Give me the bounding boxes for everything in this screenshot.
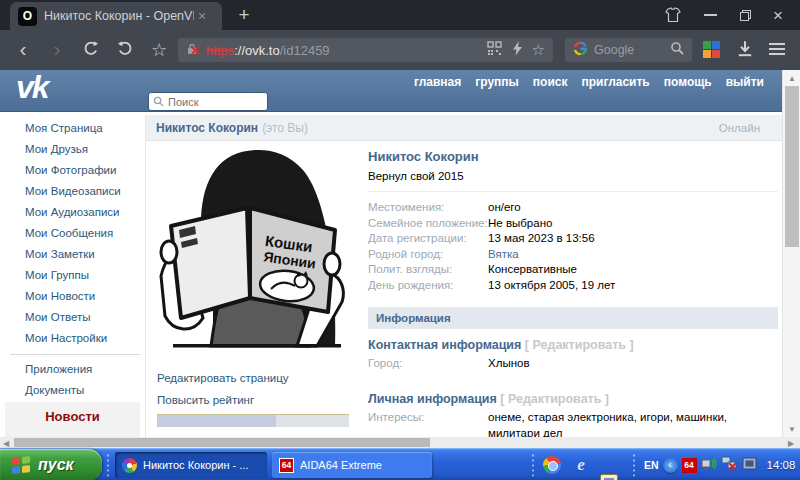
task-button-aida64[interactable]: 64 AIDA64 Extreme <box>272 452 432 478</box>
sidebar-item-documents[interactable]: Документы <box>10 380 140 401</box>
content-divider <box>145 141 146 448</box>
vertical-scrollbar[interactable]: ▲ ▼ <box>782 70 800 437</box>
scroll-left-icon[interactable]: ◀ <box>0 439 12 448</box>
info-section-header: Информация <box>368 307 778 329</box>
scroll-down-icon[interactable]: ▼ <box>783 425 800 434</box>
sidebar-divider <box>10 354 140 355</box>
restore-button[interactable] <box>732 0 758 30</box>
field-label: Город: <box>368 356 488 372</box>
profile-header-name: Никитос Кокорин <box>156 121 258 135</box>
sidebar-item-photos[interactable]: Мои Фотографии <box>10 160 140 181</box>
field-value: Консервативные <box>488 262 577 278</box>
sidebar-item-apps[interactable]: Приложения <box>10 359 140 380</box>
qr-code-icon[interactable] <box>487 41 502 59</box>
sidebar-item-friends[interactable]: Мои Друзья <box>10 139 140 160</box>
chrome-icon[interactable] <box>543 456 561 474</box>
nav-help[interactable]: помощь <box>664 75 712 89</box>
search-bar[interactable]: Google <box>565 38 692 62</box>
bookmark-star-icon[interactable]: ☆ <box>146 38 172 62</box>
info-header-label: Информация <box>376 312 451 324</box>
minimize-button[interactable] <box>697 0 723 30</box>
edit-page-link[interactable]: Редактировать страницу <box>157 372 289 384</box>
apps-grid-icon[interactable] <box>703 41 720 58</box>
window-close-button[interactable]: × <box>765 0 791 30</box>
horizontal-scroll-thumb[interactable] <box>14 438 430 447</box>
sidebar-item-audios[interactable]: Мои Аудиозаписи <box>10 202 140 223</box>
forward-icon[interactable]: › <box>44 38 70 62</box>
internet-explorer-icon[interactable]: e <box>572 456 590 474</box>
field-value: Не выбрано <box>488 216 552 232</box>
vk-nav: главная группы поиск пригласить помощь в… <box>414 75 764 89</box>
horizontal-scrollbar[interactable]: ◀ <box>0 437 782 448</box>
sidebar-item-groups[interactable]: Мои Группы <box>10 265 140 286</box>
vertical-scroll-thumb[interactable] <box>785 86 799 247</box>
sidebar-item-notes[interactable]: Мои Заметки <box>10 244 140 265</box>
app-shortcut-icon[interactable] <box>600 474 618 480</box>
page-viewport: vk главная группы поиск пригласить помощ… <box>0 70 800 448</box>
url-scheme: https <box>206 43 234 58</box>
address-bar[interactable]: https://ovk.to/id12459 ☆ <box>178 38 553 62</box>
vk-logo[interactable]: vk <box>16 70 48 106</box>
personal-edit-link[interactable]: [ Редактировать ] <box>500 392 609 406</box>
sidebar-item-answers[interactable]: Мои Ответы <box>10 307 140 328</box>
online-badge: Онлайн <box>719 122 760 134</box>
scroll-right-icon[interactable]: ▶ <box>782 439 800 448</box>
scroll-up-icon[interactable]: ▲ <box>783 74 800 83</box>
back-icon[interactable]: ‹ <box>10 38 36 62</box>
undo-icon[interactable] <box>112 40 138 64</box>
tab-close-icon[interactable]: × <box>198 8 206 24</box>
start-button[interactable]: пуск <box>0 449 102 480</box>
tray-collapse-icon[interactable]: ‹ <box>663 458 678 473</box>
profile-status[interactable]: Вернул свой 2015 <box>368 170 778 192</box>
network-error-tray-icon[interactable] <box>721 456 738 475</box>
scrollbar-corner: ▶ <box>782 437 800 448</box>
memory-card-tray-icon[interactable] <box>742 456 757 475</box>
nav-logout[interactable]: выйти <box>726 75 764 89</box>
rating-bar[interactable] <box>157 414 349 427</box>
vk-search-box[interactable] <box>148 92 268 111</box>
volume-tray-icon[interactable] <box>701 456 717 475</box>
nav-search[interactable]: поиск <box>533 75 568 89</box>
new-tab-button[interactable]: + <box>232 2 256 28</box>
taskbar-separator <box>531 453 535 477</box>
language-indicator[interactable]: EN <box>644 459 659 471</box>
sidebar-item-my-page[interactable]: Моя Страница <box>10 118 140 139</box>
reload-icon[interactable] <box>78 40 104 64</box>
sidebar-item-messages[interactable]: Мои Сообщения <box>10 223 140 244</box>
insecure-lock-icon <box>186 42 201 59</box>
browser-toolbar: ‹ › ☆ https://ovk.to/id12459 <box>0 30 800 70</box>
tab-bar: O Никитос Кокорин - OpenVK × + × <box>0 0 800 30</box>
lightning-icon[interactable] <box>511 41 524 59</box>
hometown-link[interactable]: Вятка <box>488 247 519 263</box>
taskbar-separator <box>632 453 636 477</box>
vk-search-input[interactable] <box>168 96 258 108</box>
nav-home[interactable]: главная <box>414 75 461 89</box>
raise-rating-link[interactable]: Повысить рейтинг <box>157 394 254 406</box>
aida64-tray-icon[interactable]: 64 <box>682 458 697 473</box>
theme-tshirt-icon[interactable] <box>660 0 686 30</box>
task-title: Никитос Кокорин - ... <box>143 459 249 471</box>
search-engine-label: Google <box>594 43 670 57</box>
browser-tab[interactable]: O Никитос Кокорин - OpenVK × <box>10 2 222 30</box>
search-magnifier-icon[interactable] <box>670 41 684 59</box>
sidebar-item-settings[interactable]: Мои Настройки <box>10 328 140 349</box>
downloads-icon[interactable] <box>736 40 754 62</box>
field-label: Дата регистрации: <box>368 231 488 247</box>
url-path: /id12459 <box>280 43 330 58</box>
taskbar-separator <box>106 453 110 477</box>
task-button-browser[interactable]: Никитос Кокорин - ... <box>115 452 267 478</box>
avatar[interactable]: Кошки Японии <box>155 146 355 356</box>
nav-invite[interactable]: пригласить <box>581 75 649 89</box>
field-row: День рождения:13 октября 2005, 19 лет <box>368 278 778 294</box>
menu-icon[interactable] <box>769 43 785 55</box>
profile-fields: Местоимения:он/его Семейное положение:Не… <box>368 200 778 293</box>
sidebar-item-news[interactable]: Мои Новости <box>10 286 140 307</box>
page-star-icon[interactable]: ☆ <box>532 38 545 62</box>
profile-header-bar: Никитос Кокорин (это Вы) Онлайн <box>145 115 782 141</box>
browser-app-icon <box>122 458 137 473</box>
taskbar-clock[interactable]: 14:08 <box>767 459 796 471</box>
sidebar-item-videos[interactable]: Мои Видеозаписи <box>10 181 140 202</box>
nav-groups[interactable]: группы <box>475 75 519 89</box>
contact-edit-link[interactable]: [ Редактировать ] <box>525 338 634 352</box>
news-feed-header: Новости <box>5 402 140 437</box>
